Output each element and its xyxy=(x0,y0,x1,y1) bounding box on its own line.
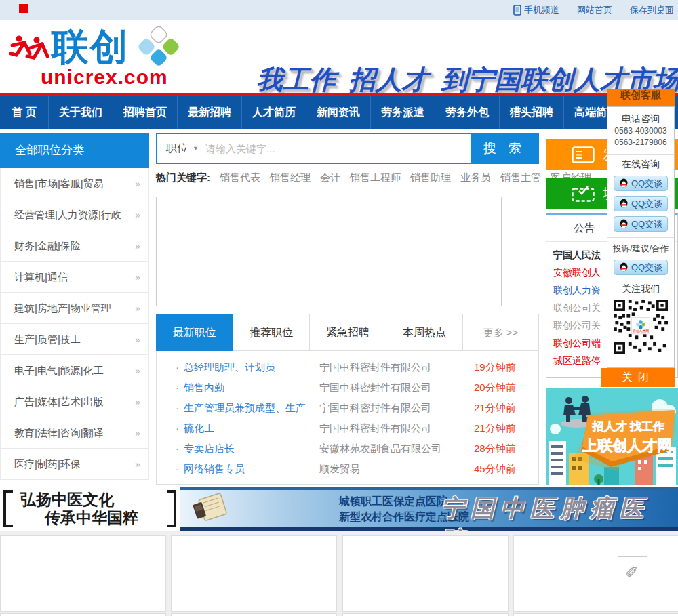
bullet-icon: · xyxy=(176,418,179,438)
nav-news[interactable]: 新闻资讯 xyxy=(306,96,371,129)
sidebar-item-it[interactable]: 计算机|通信›› xyxy=(0,262,149,293)
qq-chat-label: QQ交谈 xyxy=(631,218,662,230)
keyword-link[interactable]: 销售主管 xyxy=(500,171,541,184)
chevron-right-icon: ›› xyxy=(135,417,139,448)
nav-labor-dispatch[interactable]: 劳务派遣 xyxy=(371,96,435,129)
qq-chat-button[interactable]: QQ交谈 xyxy=(614,260,668,275)
bottom-card-placeholder xyxy=(171,535,337,612)
tab-weekly-hot[interactable]: 本周热点 xyxy=(386,314,463,350)
sidebar-item-label: 广告|媒体|艺术|出版 xyxy=(14,386,104,417)
nav-labor-outsourcing[interactable]: 劳务外包 xyxy=(435,96,500,129)
qq-chat-label: QQ交谈 xyxy=(631,178,662,190)
phone-consult-title: 电话咨询 xyxy=(622,113,660,125)
sidebar-item-medical[interactable]: 医疗|制药|环保›› xyxy=(0,449,149,480)
sidebar-item-production[interactable]: 生产|质管|技工›› xyxy=(0,324,149,355)
keyword-link[interactable]: 销售助理 xyxy=(410,171,451,184)
nav-latest-jobs[interactable]: 最新招聘 xyxy=(178,96,242,129)
sidebar-item-label: 生产|质管|技工 xyxy=(14,324,81,354)
sidebar-item-label: 计算机|通信 xyxy=(14,262,68,292)
tab-urgent-hiring[interactable]: 紧急招聘 xyxy=(310,314,386,350)
qq-chat-button[interactable]: QQ交谈 xyxy=(614,216,668,232)
qq-penguin-icon xyxy=(619,262,629,272)
sidebar-item-finance[interactable]: 财务|金融|保险›› xyxy=(0,230,149,262)
bullet-icon: · xyxy=(176,459,179,479)
job-title-link[interactable]: 专卖店店长 xyxy=(184,438,235,459)
hospital-slogan: 弘扬中医文化 传承中华国粹 xyxy=(20,491,138,527)
table-row: · 生产管理员兼预成型、生产 宁国中科密封件有限公司 21分钟前 xyxy=(157,398,538,418)
sidebar-item-management[interactable]: 经营管理|人力资源|行政›› xyxy=(0,199,149,230)
job-title-link[interactable]: 总经理助理、计划员 xyxy=(184,357,275,377)
sidebar-item-media[interactable]: 广告|媒体|艺术|出版›› xyxy=(0,386,149,417)
job-title-link[interactable]: 硫化工 xyxy=(184,418,214,438)
checklist-icon xyxy=(572,185,595,202)
keyword-link[interactable]: 会计 xyxy=(320,171,340,184)
hospital-ad-banner[interactable]: 弘扬中医文化 传承中华国粹 城镇职工医保定点医院 新型农村合作医疗定点医院 宁国… xyxy=(0,487,678,531)
search-category-label: 职位 xyxy=(166,142,188,156)
nav-home[interactable]: 首 页 xyxy=(0,96,49,129)
qq-penguin-icon xyxy=(619,219,629,229)
tab-latest-jobs[interactable]: 最新职位 xyxy=(156,314,233,351)
bottom-card-placeholder xyxy=(0,535,166,612)
table-row: · 专卖店店长 安徽林苑农副食品有限公司 28分钟前 xyxy=(157,438,538,459)
nav-about[interactable]: 关于我们 xyxy=(49,96,113,129)
job-tabs: 最新职位 推荐职位 紧急招聘 本周热点 更多 >> xyxy=(156,314,539,351)
edit-button[interactable]: ✎ xyxy=(618,556,647,586)
job-title-link[interactable]: 销售内勤 xyxy=(184,377,224,398)
qq-chat-button[interactable]: QQ交谈 xyxy=(614,176,668,191)
ad-banner-line2: 上联创人才网 xyxy=(582,437,672,454)
job-time: 21分钟前 xyxy=(474,418,516,438)
sidebar-item-label: 医疗|制药|环保 xyxy=(14,449,81,479)
chevron-right-icon: ›› xyxy=(135,355,139,386)
divider xyxy=(607,154,674,155)
pencil-icon: ✎ xyxy=(623,564,642,578)
search-button[interactable]: 搜 索 xyxy=(471,134,538,163)
follow-us-title: 关注我们 xyxy=(622,283,660,295)
job-title-link[interactable]: 网络销售专员 xyxy=(184,459,245,479)
sidebar-item-construction[interactable]: 建筑|房地产|物业管理›› xyxy=(0,293,149,324)
qq-chat-button[interactable]: QQ交谈 xyxy=(614,196,668,211)
clover-logo-icon xyxy=(136,26,180,68)
keyword-link[interactable]: 销售经理 xyxy=(270,171,311,184)
qq-penguin-icon xyxy=(619,178,629,188)
promo-image-placeholder xyxy=(156,197,502,306)
nav-headhunting[interactable]: 猎头招聘 xyxy=(500,96,564,129)
qq-penguin-icon xyxy=(619,199,629,209)
sidebar-item-electronics[interactable]: 电子|电气|能源|化工›› xyxy=(0,355,149,386)
nav-resumes[interactable]: 人才简历 xyxy=(242,96,306,129)
keyword-link[interactable]: 销售代表 xyxy=(220,171,260,184)
bottom-card-placeholder xyxy=(0,613,166,616)
bullet-icon: · xyxy=(176,438,179,459)
feedback-title: 投诉/建议/合作 xyxy=(613,243,669,255)
job-time: 45分钟前 xyxy=(474,459,516,479)
keyword-link[interactable]: 业务员 xyxy=(460,171,491,184)
tab-more-link[interactable]: 更多 >> xyxy=(463,314,538,350)
job-list: · 总经理助理、计划员 宁国中科密封件有限公司 19分钟前 · 销售内勤 宁国中… xyxy=(156,351,539,485)
sidebar-item-label: 销售|市场|客服|贸易 xyxy=(14,168,104,199)
save-to-desktop-link[interactable]: 保存到桌面 xyxy=(630,4,674,16)
bottom-section: ✎ xyxy=(0,531,678,616)
chevron-right-icon: ›› xyxy=(135,262,139,292)
sidebar-item-education[interactable]: 教育|法律|咨询|翻译›› xyxy=(0,417,149,449)
search-input[interactable] xyxy=(205,134,471,163)
nav-recruit-home[interactable]: 招聘首页 xyxy=(113,96,178,129)
mobile-channel-link[interactable]: 手机频道 xyxy=(513,4,559,16)
site-home-link[interactable]: 网站首页 xyxy=(577,4,612,16)
online-consult-title: 在线咨询 xyxy=(622,159,660,171)
job-time: 19分钟前 xyxy=(474,357,516,377)
hot-keywords-label: 热门关键字: xyxy=(156,171,210,184)
job-time: 21分钟前 xyxy=(474,398,516,418)
hospital-ad-left: 弘扬中医文化 传承中华国粹 xyxy=(0,487,180,531)
bottom-card-placeholder xyxy=(513,613,678,616)
job-title-link[interactable]: 生产管理员兼预成型、生产 xyxy=(184,398,306,418)
recruit-ad-banner[interactable]: 招人才 找工作 上联创人才网 xyxy=(546,388,678,485)
mobile-channel-label: 手机频道 xyxy=(524,4,559,16)
close-panel-button[interactable]: 关闭 xyxy=(601,368,675,387)
site-logo[interactable]: 联创 unicrex.com xyxy=(8,25,205,90)
keyword-link[interactable]: 销售工程师 xyxy=(350,171,401,184)
job-company: 宁国中科密封件有限公司 xyxy=(319,377,431,398)
header: 联创 unicrex.com 我工作 招人才 到宁国联创人才市场 xyxy=(0,20,678,93)
search-category-dropdown[interactable]: 职位 ▼ xyxy=(157,134,205,163)
sidebar-item-sales[interactable]: 销售|市场|客服|贸易›› xyxy=(0,168,149,199)
search-bar: 职位 ▼ 搜 索 xyxy=(156,133,539,164)
tab-recommended-jobs[interactable]: 推荐职位 xyxy=(233,314,310,350)
